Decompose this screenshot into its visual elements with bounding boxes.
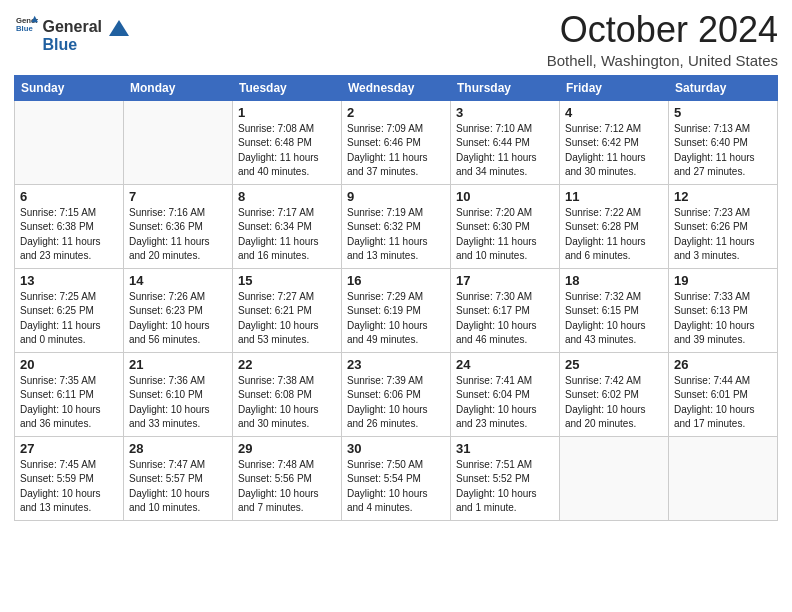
day-info: Sunrise: 7:32 AM Sunset: 6:15 PM Dayligh… — [565, 290, 663, 348]
calendar-cell: 1Sunrise: 7:08 AM Sunset: 6:48 PM Daylig… — [233, 100, 342, 184]
calendar-cell: 15Sunrise: 7:27 AM Sunset: 6:21 PM Dayli… — [233, 268, 342, 352]
day-number: 4 — [565, 105, 663, 120]
col-header-tuesday: Tuesday — [233, 75, 342, 100]
day-info: Sunrise: 7:36 AM Sunset: 6:10 PM Dayligh… — [129, 374, 227, 432]
day-info: Sunrise: 7:08 AM Sunset: 6:48 PM Dayligh… — [238, 122, 336, 180]
day-number: 17 — [456, 273, 554, 288]
calendar-cell — [15, 100, 124, 184]
day-info: Sunrise: 7:51 AM Sunset: 5:52 PM Dayligh… — [456, 458, 554, 516]
day-info: Sunrise: 7:29 AM Sunset: 6:19 PM Dayligh… — [347, 290, 445, 348]
calendar-cell: 6Sunrise: 7:15 AM Sunset: 6:38 PM Daylig… — [15, 184, 124, 268]
calendar-cell: 4Sunrise: 7:12 AM Sunset: 6:42 PM Daylig… — [560, 100, 669, 184]
day-info: Sunrise: 7:23 AM Sunset: 6:26 PM Dayligh… — [674, 206, 772, 264]
day-number: 20 — [20, 357, 118, 372]
calendar-cell — [669, 436, 778, 520]
calendar-cell: 2Sunrise: 7:09 AM Sunset: 6:46 PM Daylig… — [342, 100, 451, 184]
day-info: Sunrise: 7:44 AM Sunset: 6:01 PM Dayligh… — [674, 374, 772, 432]
calendar-cell: 13Sunrise: 7:25 AM Sunset: 6:25 PM Dayli… — [15, 268, 124, 352]
day-number: 23 — [347, 357, 445, 372]
day-number: 3 — [456, 105, 554, 120]
day-number: 6 — [20, 189, 118, 204]
header: General Blue General Blue October 2024 B… — [14, 10, 778, 69]
day-number: 26 — [674, 357, 772, 372]
day-number: 21 — [129, 357, 227, 372]
calendar-cell: 24Sunrise: 7:41 AM Sunset: 6:04 PM Dayli… — [451, 352, 560, 436]
day-info: Sunrise: 7:22 AM Sunset: 6:28 PM Dayligh… — [565, 206, 663, 264]
calendar-cell: 23Sunrise: 7:39 AM Sunset: 6:06 PM Dayli… — [342, 352, 451, 436]
day-number: 13 — [20, 273, 118, 288]
day-info: Sunrise: 7:39 AM Sunset: 6:06 PM Dayligh… — [347, 374, 445, 432]
col-header-sunday: Sunday — [15, 75, 124, 100]
day-info: Sunrise: 7:25 AM Sunset: 6:25 PM Dayligh… — [20, 290, 118, 348]
day-number: 15 — [238, 273, 336, 288]
calendar-week-row: 13Sunrise: 7:25 AM Sunset: 6:25 PM Dayli… — [15, 268, 778, 352]
calendar-cell: 25Sunrise: 7:42 AM Sunset: 6:02 PM Dayli… — [560, 352, 669, 436]
calendar-cell: 12Sunrise: 7:23 AM Sunset: 6:26 PM Dayli… — [669, 184, 778, 268]
calendar-cell: 20Sunrise: 7:35 AM Sunset: 6:11 PM Dayli… — [15, 352, 124, 436]
day-number: 22 — [238, 357, 336, 372]
svg-marker-3 — [109, 20, 129, 36]
calendar-header-row: SundayMondayTuesdayWednesdayThursdayFrid… — [15, 75, 778, 100]
calendar-cell: 11Sunrise: 7:22 AM Sunset: 6:28 PM Dayli… — [560, 184, 669, 268]
calendar-cell: 18Sunrise: 7:32 AM Sunset: 6:15 PM Dayli… — [560, 268, 669, 352]
day-number: 1 — [238, 105, 336, 120]
calendar-cell: 31Sunrise: 7:51 AM Sunset: 5:52 PM Dayli… — [451, 436, 560, 520]
day-number: 12 — [674, 189, 772, 204]
calendar-week-row: 1Sunrise: 7:08 AM Sunset: 6:48 PM Daylig… — [15, 100, 778, 184]
day-info: Sunrise: 7:17 AM Sunset: 6:34 PM Dayligh… — [238, 206, 336, 264]
day-info: Sunrise: 7:20 AM Sunset: 6:30 PM Dayligh… — [456, 206, 554, 264]
day-info: Sunrise: 7:09 AM Sunset: 6:46 PM Dayligh… — [347, 122, 445, 180]
day-info: Sunrise: 7:13 AM Sunset: 6:40 PM Dayligh… — [674, 122, 772, 180]
calendar-cell: 17Sunrise: 7:30 AM Sunset: 6:17 PM Dayli… — [451, 268, 560, 352]
calendar-week-row: 27Sunrise: 7:45 AM Sunset: 5:59 PM Dayli… — [15, 436, 778, 520]
day-number: 16 — [347, 273, 445, 288]
calendar-cell: 5Sunrise: 7:13 AM Sunset: 6:40 PM Daylig… — [669, 100, 778, 184]
day-number: 27 — [20, 441, 118, 456]
col-header-thursday: Thursday — [451, 75, 560, 100]
calendar-week-row: 20Sunrise: 7:35 AM Sunset: 6:11 PM Dayli… — [15, 352, 778, 436]
day-info: Sunrise: 7:19 AM Sunset: 6:32 PM Dayligh… — [347, 206, 445, 264]
day-info: Sunrise: 7:15 AM Sunset: 6:38 PM Dayligh… — [20, 206, 118, 264]
calendar-cell: 29Sunrise: 7:48 AM Sunset: 5:56 PM Dayli… — [233, 436, 342, 520]
calendar-cell: 27Sunrise: 7:45 AM Sunset: 5:59 PM Dayli… — [15, 436, 124, 520]
day-number: 18 — [565, 273, 663, 288]
day-number: 2 — [347, 105, 445, 120]
calendar-cell: 14Sunrise: 7:26 AM Sunset: 6:23 PM Dayli… — [124, 268, 233, 352]
day-info: Sunrise: 7:27 AM Sunset: 6:21 PM Dayligh… — [238, 290, 336, 348]
calendar-cell: 9Sunrise: 7:19 AM Sunset: 6:32 PM Daylig… — [342, 184, 451, 268]
col-header-friday: Friday — [560, 75, 669, 100]
calendar-cell: 28Sunrise: 7:47 AM Sunset: 5:57 PM Dayli… — [124, 436, 233, 520]
day-number: 5 — [674, 105, 772, 120]
day-info: Sunrise: 7:33 AM Sunset: 6:13 PM Dayligh… — [674, 290, 772, 348]
calendar-cell: 8Sunrise: 7:17 AM Sunset: 6:34 PM Daylig… — [233, 184, 342, 268]
day-number: 14 — [129, 273, 227, 288]
page: General Blue General Blue October 2024 B… — [0, 0, 792, 612]
logo-area: General Blue General Blue — [14, 10, 129, 53]
day-number: 28 — [129, 441, 227, 456]
day-info: Sunrise: 7:50 AM Sunset: 5:54 PM Dayligh… — [347, 458, 445, 516]
day-number: 7 — [129, 189, 227, 204]
col-header-monday: Monday — [124, 75, 233, 100]
calendar-cell — [560, 436, 669, 520]
day-number: 10 — [456, 189, 554, 204]
calendar-cell: 7Sunrise: 7:16 AM Sunset: 6:36 PM Daylig… — [124, 184, 233, 268]
day-info: Sunrise: 7:41 AM Sunset: 6:04 PM Dayligh… — [456, 374, 554, 432]
location-title: Bothell, Washington, United States — [547, 52, 778, 69]
calendar-cell: 19Sunrise: 7:33 AM Sunset: 6:13 PM Dayli… — [669, 268, 778, 352]
day-info: Sunrise: 7:38 AM Sunset: 6:08 PM Dayligh… — [238, 374, 336, 432]
calendar-cell: 26Sunrise: 7:44 AM Sunset: 6:01 PM Dayli… — [669, 352, 778, 436]
day-number: 30 — [347, 441, 445, 456]
day-info: Sunrise: 7:12 AM Sunset: 6:42 PM Dayligh… — [565, 122, 663, 180]
calendar-cell: 22Sunrise: 7:38 AM Sunset: 6:08 PM Dayli… — [233, 352, 342, 436]
day-info: Sunrise: 7:26 AM Sunset: 6:23 PM Dayligh… — [129, 290, 227, 348]
day-number: 31 — [456, 441, 554, 456]
calendar-cell: 3Sunrise: 7:10 AM Sunset: 6:44 PM Daylig… — [451, 100, 560, 184]
day-number: 8 — [238, 189, 336, 204]
col-header-saturday: Saturday — [669, 75, 778, 100]
day-number: 9 — [347, 189, 445, 204]
calendar-cell: 16Sunrise: 7:29 AM Sunset: 6:19 PM Dayli… — [342, 268, 451, 352]
day-info: Sunrise: 7:30 AM Sunset: 6:17 PM Dayligh… — [456, 290, 554, 348]
day-number: 29 — [238, 441, 336, 456]
day-info: Sunrise: 7:16 AM Sunset: 6:36 PM Dayligh… — [129, 206, 227, 264]
calendar-cell: 21Sunrise: 7:36 AM Sunset: 6:10 PM Dayli… — [124, 352, 233, 436]
